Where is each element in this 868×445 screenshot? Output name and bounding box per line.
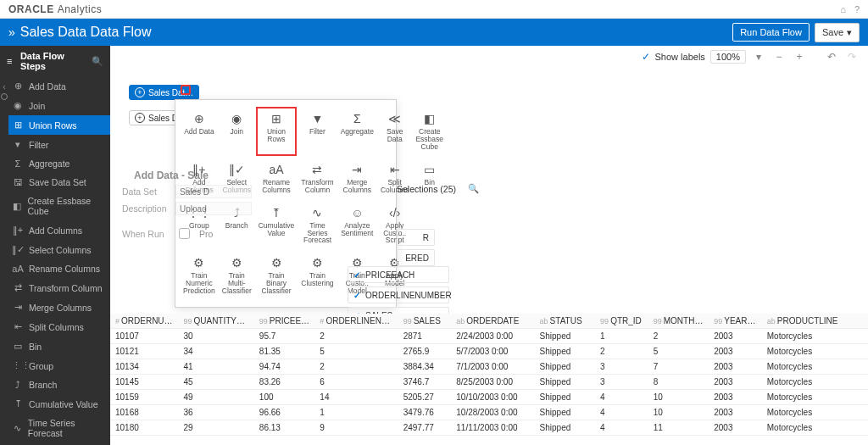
cell: 2 xyxy=(314,359,398,375)
plus-icon: + xyxy=(135,87,145,97)
cell: 5 xyxy=(314,344,398,359)
cell: 94.74 xyxy=(254,359,315,375)
column-header[interactable]: 99MONTH_ID xyxy=(648,314,709,329)
search-icon[interactable]: 🔍 xyxy=(468,183,479,194)
step-option-train-numeric-prediction[interactable]: ⚙Train Numeric Prediction xyxy=(181,251,218,300)
step-option-create-essbase-cube[interactable]: ◧Create Essbase Cube xyxy=(413,107,446,156)
run-data-flow-button[interactable]: Run Data Flow xyxy=(732,23,810,42)
sidebar-item-add-columns[interactable]: ‖+Add Columns xyxy=(8,220,110,240)
type-badge: ab xyxy=(540,317,548,325)
zoom-level[interactable]: 100% xyxy=(710,50,746,64)
column-header[interactable]: abPRODUCTLINE xyxy=(762,314,868,329)
step-label: Save Data xyxy=(381,128,409,143)
add-step-port[interactable]: ● xyxy=(181,85,191,95)
data-preview-table: #ORDERNUMBER99QUANTITYORDERED99PRICEEACH… xyxy=(110,314,868,445)
sidebar-item-rename-columns[interactable]: aARename Columns xyxy=(8,259,110,278)
table-row[interactable]: 101454583.2663746.78/25/2003 0:00Shipped… xyxy=(110,375,868,390)
table-row[interactable]: 101213481.3552765.95/7/2003 0:00Shipped2… xyxy=(110,344,868,359)
sidebar: ≡ Data Flow Steps 🔍 ‹ ⊕Add Data◉Join⊞Uni… xyxy=(0,46,110,445)
home-icon[interactable]: ⌂ xyxy=(840,4,846,14)
sidebar-item-cumulative-value[interactable]: ⤒Cumulative Value xyxy=(8,394,110,414)
sidebar-item-select-columns[interactable]: ‖✓Select Columns xyxy=(8,240,110,259)
step-option-merge-columns[interactable]: ⇥Merge Columns xyxy=(338,158,376,199)
zoom-in-button[interactable]: + xyxy=(792,49,807,64)
cell: 2871 xyxy=(398,329,452,344)
step-option-train-multi-classifier[interactable]: ⚙Train Multi-Classifier xyxy=(220,251,254,300)
column-header[interactable]: 99QUANTITYORDERED xyxy=(178,314,253,329)
table-row[interactable]: 101802986.1392497.7711/11/2003 0:00Shipp… xyxy=(110,420,868,436)
sidebar-item-merge-columns[interactable]: ⇥Merge Columns xyxy=(8,298,110,317)
column-chip[interactable]: ✓ORDERLINENUMBER xyxy=(348,286,449,303)
step-option-filter[interactable]: ▼Filter xyxy=(298,107,336,156)
plus-icon: + xyxy=(135,113,145,123)
sidebar-item-filter[interactable]: ▾Filter xyxy=(8,135,110,154)
step-icon: ▼ xyxy=(312,112,324,125)
table-row[interactable]: 101073095.7228712/24/2003 0:00Shipped122… xyxy=(110,329,868,344)
flow-dot[interactable] xyxy=(1,93,8,100)
check-icon: ✓ xyxy=(353,270,360,280)
cell: 10134 xyxy=(110,359,178,375)
sidebar-item-label: Add Data xyxy=(29,81,66,92)
sidebar-item-add-data[interactable]: ⊕Add Data xyxy=(8,76,110,96)
cell: 5205.27 xyxy=(398,390,452,405)
canvas-toolbar: ✓ Show labels 100% ▾ − + ↶ ↷ xyxy=(110,46,868,68)
description-field[interactable] xyxy=(175,202,252,215)
step-icon: ⇄ xyxy=(12,282,24,293)
sidebar-item-group[interactable]: ⋮⋮Group xyxy=(8,356,110,375)
step-label: Create Essbase Cube xyxy=(415,128,443,151)
when-run-checkbox[interactable] xyxy=(179,228,190,239)
step-option-save-data[interactable]: ≪Save Data xyxy=(378,107,412,156)
zoom-out-button[interactable]: − xyxy=(771,49,787,64)
column-header[interactable]: abSTATUS xyxy=(535,314,596,329)
show-labels-label[interactable]: Show labels xyxy=(655,52,705,62)
cell: Shipped xyxy=(535,329,596,344)
sidebar-item-create-essbase-cube[interactable]: ◧Create Essbase Cube xyxy=(8,192,110,220)
column-header[interactable]: 99SALES xyxy=(398,314,452,329)
column-header[interactable]: #ORDERLINENUMBER xyxy=(314,314,398,329)
table-row[interactable]: 101344194.7423884.347/1/2003 0:00Shipped… xyxy=(110,359,868,375)
zoom-dropdown-icon[interactable]: ▾ xyxy=(751,49,766,64)
step-label: Branch xyxy=(225,222,248,236)
cell: Shipped xyxy=(535,375,596,390)
column-header[interactable]: abORDERDATE xyxy=(451,314,534,329)
sidebar-item-time-series-forecast[interactable]: ∿Time Series Forecast xyxy=(8,414,110,442)
column-chip[interactable]: ✓PRICEEACH xyxy=(348,266,449,283)
save-button[interactable]: Save▾ xyxy=(815,23,860,42)
undo-button[interactable]: ↶ xyxy=(824,49,839,64)
step-option-union-rows[interactable]: ⊞Union Rows xyxy=(256,107,298,156)
column-header[interactable]: 99PRICEEACH xyxy=(254,314,315,329)
show-labels-check-icon[interactable]: ✓ xyxy=(642,51,650,63)
cell: 81.35 xyxy=(254,344,315,359)
redo-button[interactable]: ↷ xyxy=(844,49,860,64)
help-icon[interactable]: ? xyxy=(854,4,860,14)
sidebar-item-bin[interactable]: ▭Bin xyxy=(8,337,110,356)
step-option-join[interactable]: ◉Join xyxy=(220,107,254,156)
step-option-analyze-sentiment[interactable]: ☺Analyze Sentiment xyxy=(338,201,376,250)
column-header[interactable]: #ORDERNUMBER xyxy=(110,314,178,329)
step-option-train-clustering[interactable]: ⚙Train Clustering xyxy=(298,251,336,300)
step-option-time-series-forecast[interactable]: ∿Time Series Forecast xyxy=(298,201,336,250)
sidebar-item-split-columns[interactable]: ⇤Split Columns xyxy=(8,317,110,337)
type-badge: # xyxy=(115,317,120,325)
step-icon: ⚙ xyxy=(271,256,282,270)
step-option-transform-column[interactable]: ⇄Transform Column xyxy=(298,158,336,199)
back-icon[interactable]: » xyxy=(8,26,15,38)
dataset-field[interactable] xyxy=(175,185,252,198)
sidebar-item-save-data-set[interactable]: 🖫Save Data Set xyxy=(8,173,110,192)
table-row[interactable]: 1015949100145205.2710/10/2003 0:00Shippe… xyxy=(110,390,868,405)
sidebar-item-union-rows[interactable]: ⊞Union Rows xyxy=(8,115,110,135)
chip-partial[interactable]: R xyxy=(397,229,435,246)
step-option-add-data[interactable]: ⊕Add Data xyxy=(181,107,218,156)
step-option-train-binary-classifier[interactable]: ⚙Train Binary Classifier xyxy=(256,251,298,300)
cell: Shipped xyxy=(535,390,596,405)
sidebar-item-transform-column[interactable]: ⇄Transform Column xyxy=(8,278,110,298)
sidebar-item-aggregate[interactable]: ΣAggregate xyxy=(8,154,110,173)
sidebar-item-branch[interactable]: ⤴Branch xyxy=(8,375,110,394)
step-option-aggregate[interactable]: ΣAggregate xyxy=(338,107,376,156)
collapse-icon[interactable]: ‹ xyxy=(3,81,6,92)
column-header[interactable]: 99QTR_ID xyxy=(595,314,648,329)
column-header[interactable]: 99YEAR_ID xyxy=(709,314,762,329)
sidebar-search-icon[interactable]: 🔍 xyxy=(92,56,103,67)
table-row[interactable]: 101683696.6613479.7610/28/2003 0:00Shipp… xyxy=(110,405,868,420)
sidebar-item-join[interactable]: ◉Join xyxy=(8,96,110,115)
